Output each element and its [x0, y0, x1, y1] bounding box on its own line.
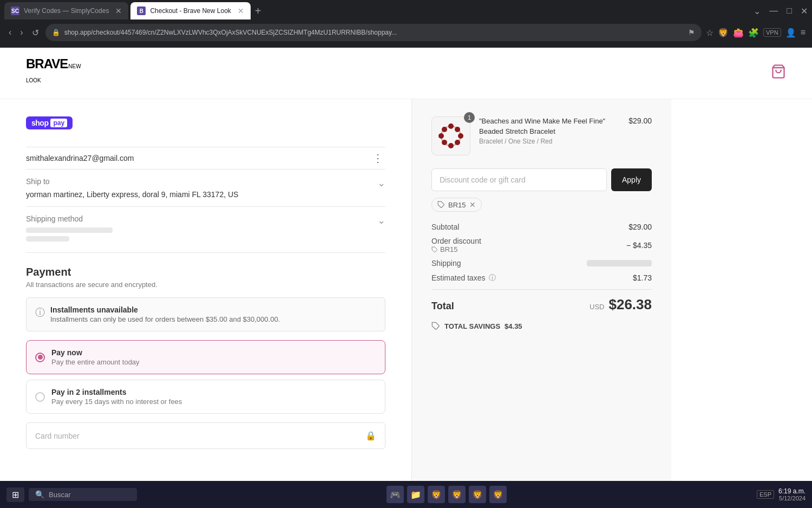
remove-discount-button[interactable]: ✕ [469, 200, 476, 209]
pay-installments-desc: Pay every 15 days with no interest or fe… [51, 398, 182, 406]
shield-icon: 🔒 [52, 29, 60, 36]
taskbar-brave-4[interactable]: 🦁 [489, 486, 507, 503]
profile-icon[interactable]: 👤 [785, 28, 796, 38]
svg-point-6 [448, 143, 454, 148]
new-tab-button[interactable]: + [255, 5, 261, 17]
taskbar-brave-3[interactable]: 🦁 [469, 486, 486, 503]
info-icon: ⓘ [35, 306, 45, 319]
pay-installments-option[interactable]: Pay in 2 installments Pay every 15 days … [26, 380, 385, 414]
shipping-skeleton-2 [26, 236, 69, 242]
extensions-icon[interactable]: 🧩 [748, 28, 759, 38]
product-item: 1 "Beaches and Wine Make Me Feel Fine" B… [431, 116, 652, 155]
payment-title: Payment [26, 266, 385, 278]
pay-now-radio[interactable] [35, 353, 45, 362]
tab1-favicon: SC [11, 6, 19, 15]
product-bracelet-svg [436, 121, 466, 151]
card-number-field[interactable]: Card number 🔒 [26, 422, 385, 449]
cart-button[interactable] [771, 64, 786, 83]
taskbar-brave-2[interactable]: 🦁 [448, 486, 466, 503]
product-variant: Bracelet / One Size / Red [479, 138, 620, 145]
svg-point-3 [455, 127, 460, 132]
tab1-close[interactable]: ✕ [115, 6, 122, 15]
taxes-value: $1.73 [633, 273, 652, 282]
total-value: $26.38 [608, 296, 652, 313]
shipping-row: Shipping [431, 259, 652, 268]
search-icon: 🔍 [35, 490, 44, 499]
browser-tab-1[interactable]: SC Verify Codes — SimplyCodes ✕ [4, 2, 128, 19]
reload-button[interactable]: ↺ [30, 25, 41, 40]
discount-input[interactable] [431, 168, 607, 191]
ship-to-label: Ship to [26, 177, 238, 186]
savings-label: TOTAL SAVINGS [444, 322, 500, 330]
discount-code-row: BR15 [431, 245, 481, 253]
back-button[interactable]: ‹ [6, 25, 14, 40]
order-discount-row: Order discount BR15 − $4.35 [431, 237, 652, 253]
window-minimize[interactable]: — [769, 6, 778, 16]
shipping-label: Shipping [431, 259, 461, 268]
more-options-button[interactable]: ⋮ [370, 152, 385, 165]
subtotal-row: Subtotal $29.00 [431, 223, 652, 231]
taskbar: ⊞ 🔍 Buscar 🎮 📁 🦁 🦁 🦁 🦁 ESP 6:19 a.m. 5/1… [0, 481, 812, 508]
window-maximize[interactable]: □ [787, 6, 792, 16]
vpn-icon[interactable]: VPN [763, 28, 781, 37]
tab2-close[interactable]: ✕ [238, 6, 244, 15]
address-bar[interactable]: 🔒 shop.app/checkout/4457469/cn/Z2NwLXVzL… [45, 24, 702, 41]
pay-now-desc: Pay the entire amount today [51, 358, 140, 366]
savings-value: $4.35 [505, 322, 522, 330]
pay-now-title: Pay now [51, 348, 140, 357]
menu-icon[interactable]: ≡ [801, 28, 806, 37]
installments-desc: Installments can only be used for orders… [50, 315, 280, 323]
taskbar-app-2[interactable]: 📁 [407, 486, 424, 503]
date: 5/12/2024 [778, 495, 806, 502]
svg-point-7 [442, 140, 447, 145]
ship-address: yorman martinez, Liberty express, doral … [26, 190, 238, 199]
apply-button[interactable]: Apply [611, 168, 652, 191]
forward-button[interactable]: › [18, 25, 25, 40]
product-quantity-badge: 1 [464, 112, 475, 123]
taskbar-app-1[interactable]: 🎮 [387, 486, 404, 503]
brave-shield-icon[interactable]: 🦁 [718, 28, 729, 38]
tag-icon [437, 201, 445, 209]
pay-now-option[interactable]: Pay now Pay the entire amount today [26, 340, 385, 374]
payment-section: Payment All transactions are secure and … [26, 266, 385, 449]
applied-code-text: BR15 [448, 201, 466, 209]
taxes-info-icon[interactable]: ⓘ [489, 273, 496, 283]
installments-title: Installments unavailable [50, 305, 280, 314]
shipping-method-label: Shipping method [26, 214, 377, 223]
svg-point-5 [455, 140, 460, 145]
tab2-favicon: B [137, 6, 146, 15]
start-button[interactable]: ⊞ [6, 487, 24, 502]
shop-pay-pill: pay [50, 119, 67, 127]
system-tray: ESP 6:19 a.m. 5/12/2024 [757, 487, 806, 502]
email-row: smithalexandrina27@gmail.com ⋮ [26, 147, 385, 170]
time: 6:19 a.m. [778, 487, 806, 495]
lock-icon: 🔒 [365, 431, 376, 441]
window-close[interactable]: ✕ [801, 6, 808, 16]
tab1-label: Verify Codes — SimplyCodes [24, 7, 109, 15]
svg-point-9 [442, 127, 447, 132]
window-chevron[interactable]: ⌄ [754, 6, 761, 16]
product-image [431, 116, 470, 155]
product-image-wrapper: 1 [431, 116, 470, 155]
pay-installments-title: Pay in 2 installments [51, 388, 182, 396]
ship-to-chevron[interactable]: ⌄ [377, 177, 385, 189]
url-text: shop.app/checkout/4457469/cn/Z2NwLXVzLWV… [64, 29, 684, 36]
shop-pay-text: shop [31, 119, 48, 127]
ship-to-section: Ship to yorman martinez, Liberty express… [26, 170, 385, 207]
shipping-method-chevron[interactable]: ⌄ [377, 214, 385, 226]
search-bar[interactable]: 🔍 Buscar [29, 488, 137, 501]
bookmark-icon[interactable]: ☆ [706, 28, 713, 38]
pay-installments-radio[interactable] [35, 392, 45, 402]
savings-icon [431, 322, 440, 330]
shop-pay-badge: shop pay [26, 116, 73, 129]
browser-tab-2[interactable]: B Checkout - Brave New Look ✕ [130, 2, 250, 19]
discount-row: Apply [431, 168, 652, 191]
wallet-icon[interactable]: 👛 [733, 28, 744, 38]
customer-email: smithalexandrina27@gmail.com [26, 154, 134, 162]
total-label: Total [431, 301, 454, 312]
payment-subtitle: All transactions are secure and encrypte… [26, 281, 385, 289]
total-row: Total USD $26.38 [431, 296, 652, 313]
card-number-placeholder: Card number [35, 432, 80, 440]
taskbar-brave-1[interactable]: 🦁 [428, 486, 445, 503]
installments-notice: ⓘ Installments unavailable Installments … [26, 297, 385, 331]
